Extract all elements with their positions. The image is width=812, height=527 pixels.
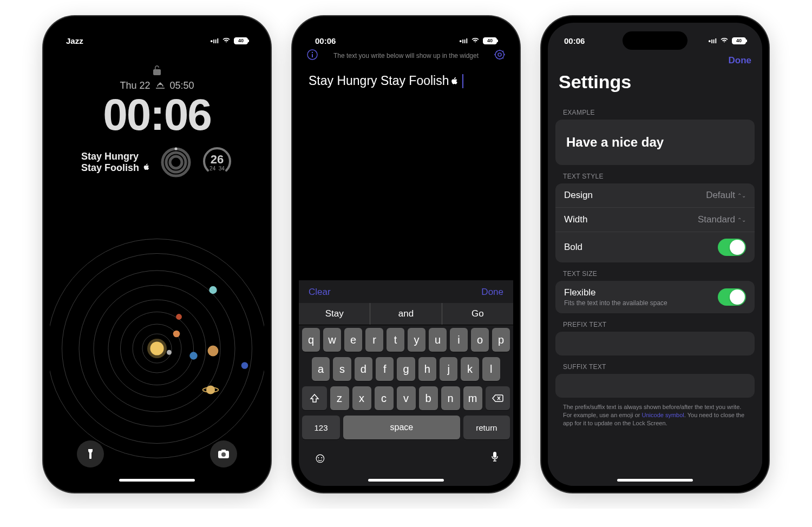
section-header: TEXT SIZE [555,262,755,281]
key-z[interactable]: z [330,386,349,410]
svg-point-16 [189,352,197,359]
done-button[interactable]: Done [729,55,752,66]
key-o[interactable]: o [471,328,489,352]
gauge-range: 24 34 [209,166,225,172]
editor-hint: The text you write below will show up in… [333,52,479,60]
key-g[interactable]: g [397,357,415,381]
info-button[interactable] [306,49,318,63]
key-d[interactable]: d [355,357,372,381]
camera-button[interactable] [210,440,237,467]
row-value: Default⌃⌄ [706,190,746,201]
keyboard-suggestions: Stay and Go [299,303,513,325]
key-v[interactable]: v [397,386,416,410]
svg-point-17 [176,314,182,320]
key-m[interactable]: m [463,386,482,410]
page-title: Settings [555,69,755,101]
key-l[interactable]: l [482,357,500,381]
flexible-row: Flexible Fits the text into the availabl… [555,281,755,313]
screen: Jazz •ııl 40 Thu 22 05:50 00:06 [50,23,264,486]
key-y[interactable]: y [408,328,425,352]
svg-point-2 [170,156,182,168]
chevron-updown-icon: ⌃⌄ [737,193,746,199]
key-row: asdfghjkl [299,354,513,384]
svg-rect-25 [221,450,226,452]
key-i[interactable]: i [450,328,468,352]
key-f[interactable]: f [376,357,394,381]
key-e[interactable]: e [344,328,362,352]
space-key[interactable]: space [343,416,460,439]
lockscreen-bottom-buttons [50,440,264,467]
date-text: Thu 22 [120,80,150,91]
key-c[interactable]: c [375,386,394,410]
key-n[interactable]: n [441,386,460,410]
settings-view[interactable]: Done Settings EXAMPLE Have a nice day TE… [548,49,762,486]
return-key[interactable]: return [463,416,510,439]
bold-toggle[interactable] [718,239,746,256]
input-value: Stay Hungry Stay Foolish [309,74,449,88]
row-label: Width [564,214,698,225]
settings-button[interactable] [494,49,506,63]
keyboard-accessory: Clear Done [299,280,513,303]
key-u[interactable]: u [429,328,447,352]
key-h[interactable]: h [418,357,436,381]
prefix-input[interactable] [555,332,755,355]
emoji-button[interactable]: ☺ [313,450,328,466]
text-cursor [462,74,463,88]
weather-gauge-widget: 26 24 34 [201,147,233,178]
nav-bar: Done [555,49,755,69]
home-indicator[interactable] [119,479,195,482]
key-x[interactable]: x [352,386,371,410]
key-j[interactable]: j [440,357,457,381]
signal-icon: •ııl [211,37,219,45]
key-a[interactable]: a [312,357,330,381]
dictation-button[interactable] [490,450,499,466]
key-k[interactable]: k [461,357,479,381]
svg-point-27 [312,52,313,53]
svg-rect-28 [312,54,313,57]
row-subtitle: Fits the text into the available space [564,299,718,307]
suggestion[interactable]: and [370,303,442,325]
flexible-toggle[interactable] [718,288,746,306]
key-q[interactable]: q [302,328,320,352]
row-text: Flexible Fits the text into the availabl… [564,287,718,307]
suggestion[interactable]: Go [442,303,513,325]
lockscreen-time: 00:06 [50,93,264,137]
dynamic-island [125,31,189,50]
text-input[interactable]: Stay Hungry Stay Foolish [299,64,513,98]
home-indicator[interactable] [617,479,693,482]
svg-point-3 [175,148,178,150]
sun-time: 05:50 [170,80,194,91]
unicode-link[interactable]: Unicode symbol [642,412,684,418]
screen: 00:06 •ııl 40 The text you write below w… [299,23,513,486]
svg-point-15 [173,331,180,338]
shift-key[interactable] [302,386,327,410]
svg-point-14 [167,350,172,355]
svg-point-30 [498,53,501,56]
suffix-input[interactable] [555,374,755,398]
home-indicator[interactable] [368,479,444,482]
battery-icon: 40 [234,37,248,44]
design-row[interactable]: Design Default⌃⌄ [555,183,755,208]
editor-toolbar: The text you write below will show up in… [299,49,513,64]
key-row: 123 space return [299,413,513,442]
flashlight-button[interactable] [77,440,104,467]
key-w[interactable]: w [323,328,341,352]
key-r[interactable]: r [365,328,383,352]
signal-icon: •ııl [460,37,468,45]
key-p[interactable]: p [492,328,510,352]
key-s[interactable]: s [333,357,351,381]
key-t[interactable]: t [387,328,404,352]
numbers-key[interactable]: 123 [302,416,340,439]
suggestion[interactable]: Stay [299,303,370,325]
status-right: •ııl 40 [709,37,746,45]
svg-rect-31 [493,452,496,458]
section-header: TEXT STYLE [555,165,755,183]
width-row[interactable]: Width Standard⌃⌄ [555,208,755,232]
keyboard: Clear Done Stay and Go qwertyuiop asdfgh… [299,280,513,486]
wifi-icon [471,37,480,45]
clear-button[interactable]: Clear [309,287,331,298]
backspace-key[interactable] [486,386,510,410]
done-button[interactable]: Done [481,287,503,298]
key-b[interactable]: b [419,386,438,410]
wifi-icon [720,37,729,45]
